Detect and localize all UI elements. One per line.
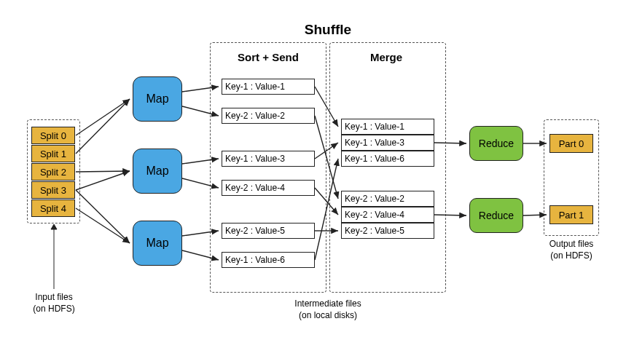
split-cell: Split 4 <box>31 199 75 217</box>
input-caption: Input files (on HDFS) <box>22 292 86 314</box>
kv-pair: Key-1 : Value-6 <box>222 252 315 268</box>
merged-row: Key-1 : Value-1 <box>341 119 434 135</box>
svg-line-1 <box>76 99 130 154</box>
output-part: Part 1 <box>549 205 593 224</box>
reduce-task: Reduce <box>469 198 523 233</box>
shuffle-title: Shuffle <box>219 22 437 38</box>
svg-line-2 <box>76 171 130 172</box>
merge-box-container <box>329 42 446 293</box>
split-cell: Split 1 <box>31 145 75 162</box>
kv-pair: Key-2 : Value-2 <box>222 108 315 124</box>
svg-marker-23 <box>51 224 57 229</box>
map-task: Map <box>133 76 182 122</box>
split-cell: Split 0 <box>31 127 75 144</box>
map-task: Map <box>133 149 182 194</box>
output-part: Part 0 <box>549 134 593 153</box>
kv-pair: Key-1 : Value-3 <box>222 151 315 167</box>
caption-text: Input files (on HDFS) <box>33 292 74 314</box>
output-caption: Output files (on HDFS) <box>539 239 603 261</box>
split-cell: Split 3 <box>31 181 75 199</box>
reduce-task: Reduce <box>469 126 523 161</box>
merged-row: Key-1 : Value-3 <box>341 135 434 151</box>
svg-line-0 <box>76 99 130 135</box>
merged-row: Key-2 : Value-4 <box>341 207 434 223</box>
map-task: Map <box>133 221 182 266</box>
kv-pair: Key-2 : Value-4 <box>222 180 315 196</box>
split-cell: Split 2 <box>31 163 75 181</box>
kv-pair: Key-1 : Value-1 <box>222 79 315 95</box>
svg-line-4 <box>76 190 130 243</box>
merged-row: Key-2 : Value-5 <box>341 223 434 239</box>
intermediate-caption: Intermediate files (on local disks) <box>277 298 379 321</box>
merged-row: Key-2 : Value-2 <box>341 191 434 207</box>
svg-line-3 <box>76 171 130 190</box>
merged-row: Key-1 : Value-6 <box>341 151 434 167</box>
svg-line-5 <box>76 208 130 243</box>
caption-text: Intermediate files (on local disks) <box>294 298 361 320</box>
caption-text: Output files (on HDFS) <box>549 239 594 261</box>
kv-pair: Key-2 : Value-5 <box>222 223 315 239</box>
